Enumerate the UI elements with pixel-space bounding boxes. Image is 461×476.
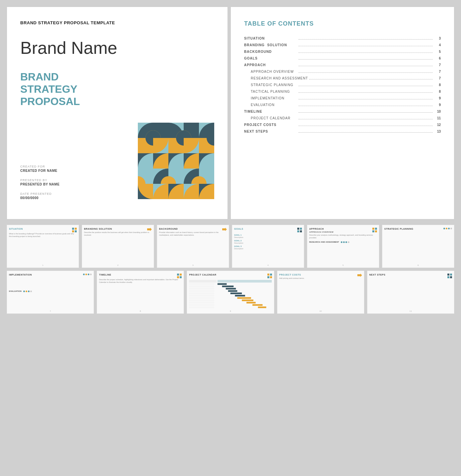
- toc-slide: TABLE OF CONTENTS SITUATION 3 BRANDING S…: [230, 7, 454, 219]
- svg-rect-57: [189, 283, 214, 285]
- svg-rect-51: [267, 274, 269, 276]
- svg-rect-66: [230, 293, 242, 294]
- goals-list: GOAL 1 Description GOAL 2 Description GO…: [234, 234, 302, 250]
- svg-rect-80: [447, 274, 449, 276]
- thumb-approach: APPROACH APPROACH OVERVIEW Describe your…: [307, 225, 379, 268]
- thumb-goals: GOALS GOAL 1 Description GOAL 2 Descript…: [232, 225, 304, 268]
- svg-rect-81: [450, 274, 452, 276]
- svg-rect-61: [189, 288, 214, 290]
- branding-solution-icon: [147, 228, 152, 231]
- svg-rect-67: [189, 295, 214, 297]
- date-value: 00/00/0000: [20, 196, 59, 200]
- situation-icon: [72, 228, 77, 233]
- svg-rect-62: [226, 288, 236, 290]
- svg-rect-63: [189, 290, 214, 292]
- goals-icon: [297, 228, 302, 233]
- strategic-planning-dots: [443, 228, 452, 229]
- svg-rect-44: [375, 228, 377, 230]
- svg-rect-55: [189, 280, 217, 283]
- svg-rect-60: [222, 286, 234, 287]
- svg-rect-75: [189, 304, 214, 306]
- cover-header: BRAND STRATEGY PROPOSAL TEMPLATE: [20, 20, 214, 25]
- svg-rect-82: [447, 276, 449, 278]
- gantt-mini: [189, 280, 272, 310]
- presented-by-value: PRESENTED BY NAME: [20, 182, 59, 186]
- svg-rect-64: [228, 290, 237, 292]
- svg-rect-69: [189, 297, 214, 299]
- toc-item-next-steps: NEXT STEPS 13: [244, 130, 441, 134]
- brand-name: Brand Name: [20, 39, 214, 58]
- cover-slide: BRAND STRATEGY PROPOSAL TEMPLATE Brand N…: [7, 7, 228, 219]
- project-calendar-icon: [267, 274, 272, 279]
- svg-rect-34: [75, 228, 77, 230]
- svg-rect-35: [72, 230, 74, 232]
- toc-item-branding-solution: BRANDING SOLUTION 4: [244, 43, 441, 47]
- svg-rect-48: [180, 274, 182, 276]
- svg-rect-83: [450, 276, 452, 278]
- svg-rect-54: [270, 276, 272, 278]
- svg-rect-46: [375, 230, 377, 232]
- toc-item-project-calendar: PROJECT CALENDAR 11: [244, 116, 441, 120]
- thumbnails-row1: SITUATION What is the branding challenge…: [7, 225, 454, 268]
- toc-item-timeline: TIMELINE 10: [244, 110, 441, 114]
- created-for-value: CREATED FOR NAME: [20, 169, 59, 173]
- svg-rect-50: [180, 276, 182, 278]
- toc-items: SITUATION 3 BRANDING SOLUTION 4 BACKGROU…: [244, 37, 441, 134]
- svg-rect-52: [270, 274, 272, 276]
- geo-pattern: [138, 123, 214, 199]
- svg-marker-37: [147, 228, 152, 231]
- svg-rect-72: [242, 299, 254, 301]
- svg-rect-59: [189, 286, 214, 287]
- thumb-timeline: TIMELINE Describe the project schedule, …: [97, 271, 184, 314]
- svg-marker-38: [222, 228, 227, 231]
- toc-title: TABLE OF CONTENTS: [244, 20, 441, 27]
- date-label: DATE PRESENTED: [20, 192, 59, 195]
- svg-rect-74: [246, 302, 256, 303]
- brand-strategy-title: BRAND STRATEGY PROPOSAL: [20, 71, 214, 107]
- svg-rect-58: [218, 283, 227, 285]
- svg-rect-49: [177, 276, 179, 278]
- thumb-next-steps: NEXT STEPS 11: [367, 271, 454, 314]
- svg-rect-43: [372, 228, 374, 230]
- svg-rect-70: [237, 297, 251, 299]
- toc-item-background: BACKGROUND 5: [244, 50, 441, 54]
- project-costs-icon: [357, 274, 362, 277]
- created-for-label: CREATED FOR: [20, 165, 59, 168]
- svg-rect-39: [297, 228, 299, 230]
- thumb-background: BACKGROUND Provide information such as b…: [157, 225, 229, 268]
- svg-rect-45: [372, 230, 374, 232]
- toc-item-project-costs: PROJECT COSTS 12: [244, 123, 441, 127]
- timeline-icon: [177, 274, 182, 279]
- svg-rect-78: [258, 306, 266, 308]
- implementation-dots: [83, 274, 92, 275]
- toc-item-implementation: IMPLEMENTATION 9: [244, 96, 441, 100]
- svg-rect-42: [300, 230, 302, 232]
- thumb-strategic-planning: STRATEGIC PLANNING 6: [382, 225, 454, 268]
- svg-rect-47: [177, 274, 179, 276]
- toc-item-approach-overview: APPROACH OVERVIEW 7: [244, 70, 441, 74]
- toc-item-approach: APPROACH 7: [244, 63, 441, 67]
- cover-meta: CREATED FOR CREATED FOR NAME PRESENTED B…: [20, 165, 59, 206]
- svg-rect-56: [218, 280, 272, 283]
- svg-rect-40: [300, 228, 302, 230]
- presented-by-label: PRESENTED BY: [20, 178, 59, 182]
- svg-rect-53: [267, 276, 269, 278]
- thumb-implementation: IMPLEMENTATION EVALUATION 7: [7, 271, 94, 314]
- toc-item-situation: SITUATION 3: [244, 37, 441, 41]
- thumb-project-costs: PROJECT COSTS Add pricing and contract t…: [277, 271, 364, 314]
- approach-icon: [372, 228, 377, 233]
- svg-rect-36: [75, 230, 77, 232]
- background-icon: [222, 228, 227, 231]
- toc-item-research: RESEARCH AND ASSESSMENT 7: [244, 76, 441, 80]
- svg-rect-76: [252, 304, 262, 306]
- svg-rect-71: [189, 299, 214, 301]
- svg-rect-65: [189, 293, 214, 294]
- svg-rect-33: [72, 228, 74, 230]
- toc-item-tactical-planning: TACTICAL PLANNING 8: [244, 90, 441, 94]
- svg-rect-68: [235, 295, 245, 297]
- svg-marker-79: [357, 274, 362, 277]
- thumbnails-row2: IMPLEMENTATION EVALUATION 7: [7, 271, 454, 314]
- thumb-situation: SITUATION What is the branding challenge…: [7, 225, 79, 268]
- svg-rect-77: [189, 306, 214, 308]
- thumb-branding-solution: BRANDING SOLUTION Describe the positive …: [82, 225, 154, 268]
